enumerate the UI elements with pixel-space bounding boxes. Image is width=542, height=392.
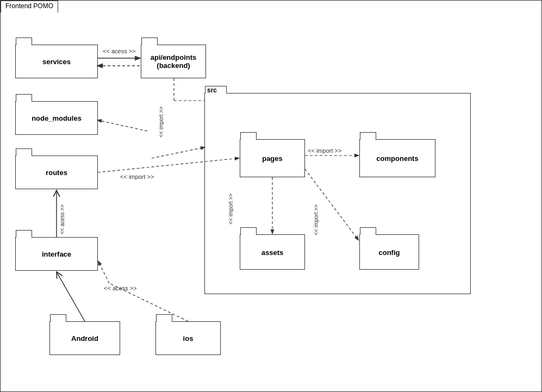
interface-label: interface — [16, 250, 97, 258]
pages-label: pages — [240, 154, 304, 163]
api-tab — [141, 38, 158, 45]
config-tab — [360, 227, 376, 235]
components-box: components — [359, 139, 435, 177]
assets-box: assets — [240, 234, 305, 270]
routes-tab — [16, 148, 32, 156]
label-acess-interface: << acess >> — [59, 204, 65, 234]
assets-label: assets — [240, 248, 304, 256]
pages-box: pages — [240, 139, 305, 177]
node-modules-tab — [16, 94, 32, 102]
label-acess-services-api: << acess >> — [103, 48, 136, 54]
services-box: services — [15, 45, 98, 78]
services-tab — [16, 38, 32, 45]
api-endpoints-box: api/endpoints(backend) — [141, 45, 206, 78]
android-label: Android — [50, 334, 120, 343]
services-label: services — [16, 58, 97, 66]
svg-line-13 — [152, 147, 204, 158]
ios-tab — [156, 314, 172, 322]
interface-box: interface — [15, 237, 98, 271]
components-tab — [360, 132, 376, 140]
node-modules-box: node_modules — [15, 101, 98, 135]
label-import-pages-components: << import >> — [308, 147, 341, 154]
diagram-container: Frontend POMO services api/endpoints(bac… — [0, 0, 542, 392]
interface-tab — [16, 230, 32, 238]
components-label: components — [360, 154, 435, 163]
label-import-pages-assets: << import >> — [228, 194, 234, 225]
routes-label: routes — [16, 169, 97, 177]
pages-tab — [240, 132, 257, 140]
android-box: Android — [49, 321, 120, 355]
assets-tab — [240, 227, 257, 235]
svg-line-3 — [98, 120, 147, 131]
label-import-node: << import >> — [158, 107, 164, 138]
src-label: src — [207, 86, 217, 94]
routes-box: routes — [15, 155, 98, 189]
diagram-title: Frontend POMO — [1, 1, 58, 13]
config-label: config — [360, 248, 419, 256]
ios-box: ios — [155, 321, 221, 355]
config-box: config — [359, 234, 419, 270]
svg-line-7 — [98, 262, 109, 283]
label-import-routes: << import >> — [120, 173, 154, 180]
label-acess-android: << acess >> — [104, 285, 137, 291]
android-tab — [50, 314, 66, 322]
label-import-pages-config: << import >> — [313, 204, 319, 235]
api-label: api/endpoints(backend) — [141, 53, 205, 70]
node-modules-label: node_modules — [16, 114, 97, 122]
ios-label: ios — [156, 334, 220, 343]
